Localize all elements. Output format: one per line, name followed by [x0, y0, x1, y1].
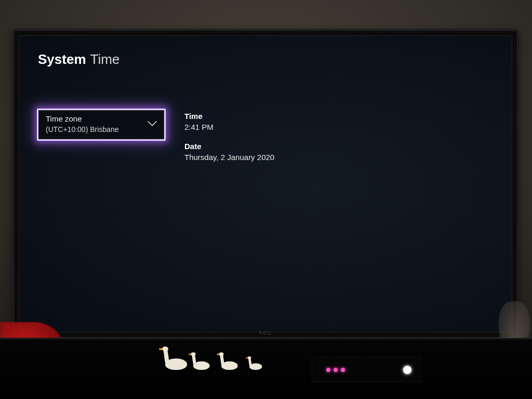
breadcrumb-section: System [38, 51, 86, 67]
tv-screen: SystemTime Time zone (UTC+10:00) Brisban… [19, 35, 512, 332]
time-value: 2:41 PM [184, 122, 274, 132]
tv-brand-label: TCL [259, 330, 272, 336]
xbox-console [312, 356, 421, 382]
chevron-down-icon [148, 121, 157, 127]
goose-decor [165, 358, 187, 370]
timezone-dropdown[interactable]: Time zone (UTC+10:00) Brisbane [37, 109, 166, 141]
breadcrumb: SystemTime [38, 51, 119, 68]
settings-screen: SystemTime Time zone (UTC+10:00) Brisban… [25, 42, 506, 326]
tv-frame: SystemTime Time zone (UTC+10:00) Brisban… [14, 30, 517, 338]
xbox-power-light-icon [403, 366, 411, 374]
timezone-selected-value: (UTC+10:00) Brisbane [46, 125, 141, 134]
xbox-indicator-lights [326, 368, 345, 372]
time-heading: Time [184, 111, 274, 122]
timezone-label: Time zone [46, 114, 141, 124]
date-heading: Date [184, 141, 274, 152]
goose-decor [193, 362, 210, 370]
date-value: Thursday, 2 January 2020 [184, 152, 274, 163]
room-background: SystemTime Time zone (UTC+10:00) Brisban… [0, 0, 532, 399]
goose-decor [249, 363, 262, 370]
goose-figurines [165, 358, 271, 370]
breadcrumb-page: Time [90, 51, 120, 67]
goose-decor [221, 362, 238, 370]
time-date-info: Time 2:41 PM Date Thursday, 2 January 20… [184, 111, 274, 171]
